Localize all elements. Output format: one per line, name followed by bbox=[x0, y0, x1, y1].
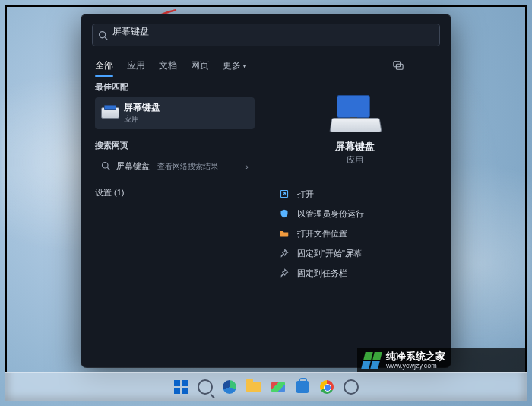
action-open-file-location[interactable]: 打开文件位置 bbox=[273, 224, 437, 243]
onscreen-keyboard-icon bbox=[101, 106, 118, 120]
action-pin-to-taskbar[interactable]: 固定到任务栏 bbox=[273, 263, 437, 283]
chevron-right-icon: › bbox=[245, 162, 249, 171]
watermark-title: 纯净系统之家 bbox=[386, 351, 445, 362]
shield-icon bbox=[277, 209, 291, 218]
best-match-title: 屏幕键盘 bbox=[124, 102, 160, 113]
taskbar-explorer-icon[interactable] bbox=[244, 377, 264, 397]
open-icon bbox=[277, 189, 291, 198]
best-match-subtitle: 应用 bbox=[124, 114, 160, 125]
tab-all[interactable]: 全部 bbox=[95, 60, 113, 71]
web-search-term: 屏幕键盘 bbox=[116, 160, 150, 172]
action-pin-to-start[interactable]: 固定到"开始"屏幕 bbox=[273, 243, 437, 263]
section-settings[interactable]: 设置 (1) bbox=[95, 187, 265, 198]
best-match-item[interactable]: 屏幕键盘 应用 bbox=[95, 97, 255, 129]
taskbar-store-icon[interactable] bbox=[293, 377, 312, 397]
pin-icon bbox=[277, 268, 291, 278]
preview-title: 屏幕键盘 bbox=[335, 141, 375, 154]
web-search-hint: - 查看网络搜索结果 bbox=[153, 161, 218, 172]
tab-web[interactable]: 网页 bbox=[191, 60, 209, 71]
svg-point-4 bbox=[103, 162, 109, 168]
tab-apps[interactable]: 应用 bbox=[127, 60, 145, 71]
more-options-icon[interactable]: ⋯ bbox=[420, 57, 437, 74]
preview-column: 屏幕键盘 应用 打开 以管理员身份运行 bbox=[265, 74, 451, 358]
taskbar-app-icon[interactable] bbox=[268, 377, 288, 397]
svg-point-0 bbox=[99, 31, 105, 37]
watermark: 纯净系统之家 www.ycwjzy.com bbox=[357, 348, 527, 373]
action-run-as-admin[interactable]: 以管理员身份运行 bbox=[273, 204, 437, 224]
svg-line-1 bbox=[104, 36, 106, 39]
desktop: 屏幕键盘 全部 应用 文档 网页 更多 ▾ ⋯ 最佳匹配 屏幕键盘 应用 bbox=[0, 0, 532, 406]
taskbar-edge-icon[interactable] bbox=[220, 377, 239, 397]
web-search-item[interactable]: 屏幕键盘 - 查看网络搜索结果 › bbox=[95, 156, 255, 176]
start-search-panel: 屏幕键盘 全部 应用 文档 网页 更多 ▾ ⋯ 最佳匹配 屏幕键盘 应用 bbox=[81, 14, 451, 368]
preview-app-icon bbox=[331, 95, 379, 133]
taskbar-settings-icon[interactable] bbox=[341, 377, 361, 397]
action-open[interactable]: 打开 bbox=[273, 184, 437, 204]
svg-line-5 bbox=[107, 167, 109, 170]
tab-more[interactable]: 更多 ▾ bbox=[223, 60, 246, 71]
taskbar-chrome-icon[interactable] bbox=[317, 377, 337, 397]
pin-icon bbox=[277, 249, 291, 258]
folder-icon bbox=[277, 229, 291, 238]
watermark-logo bbox=[361, 352, 382, 369]
section-best-match: 最佳匹配 bbox=[95, 81, 265, 93]
search-input[interactable]: 屏幕键盘 bbox=[112, 25, 439, 45]
tab-documents[interactable]: 文档 bbox=[159, 60, 177, 71]
search-box[interactable]: 屏幕键盘 bbox=[92, 24, 440, 46]
taskbar bbox=[5, 372, 527, 401]
feedback-icon[interactable] bbox=[390, 57, 407, 74]
results-column: 最佳匹配 屏幕键盘 应用 搜索网页 屏幕键盘 - 查看网络搜索结果 › bbox=[81, 74, 265, 358]
taskbar-start-button[interactable] bbox=[171, 377, 191, 397]
taskbar-search-button[interactable] bbox=[195, 377, 215, 397]
section-search-web: 搜索网页 bbox=[95, 140, 265, 151]
search-icon bbox=[93, 30, 112, 40]
watermark-url: www.ycwjzy.com bbox=[386, 362, 445, 370]
preview-subtitle: 应用 bbox=[347, 155, 363, 166]
preview-actions: 打开 以管理员身份运行 打开文件位置 bbox=[270, 184, 440, 283]
search-icon bbox=[101, 161, 110, 172]
